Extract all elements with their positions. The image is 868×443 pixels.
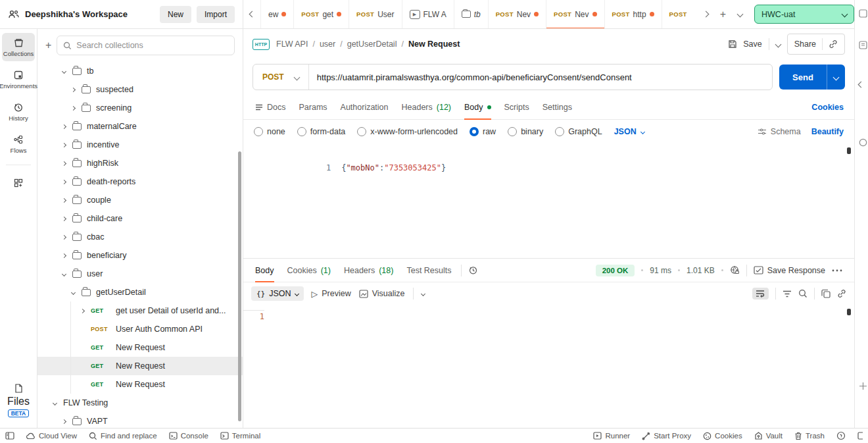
tree-folder-vapt[interactable]: VAPT [37,412,243,428]
sidebar-item-history[interactable]: History [2,97,35,126]
response-history-icon[interactable] [468,265,478,275]
more-options-icon[interactable] [832,269,842,272]
breadcrumb-collection[interactable]: FLW API [276,39,308,49]
language-selector[interactable]: JSON [614,127,644,136]
request-tab-5[interactable]: POST Nev [488,0,546,28]
filter-icon[interactable] [783,290,792,298]
save-button[interactable]: Save [728,39,762,49]
request-tab-1[interactable]: POST get [293,0,349,28]
right-panel-icon[interactable] [859,138,867,147]
tree-folder-screening[interactable]: screening [37,99,243,117]
response-tab-test-results[interactable]: Test Results [400,259,458,282]
chevron-right-icon[interactable] [71,105,76,110]
find-and-replace-button[interactable]: Find and replace [89,432,157,440]
save-options-chevron[interactable] [775,41,781,47]
sidebar-scrollbar[interactable] [238,151,241,421]
body-type-raw[interactable]: raw [470,127,496,136]
chevron-right-icon[interactable] [62,253,66,257]
tree-folder-couple[interactable]: couple [37,191,243,209]
preview-button[interactable]: ▷ Preview [312,289,351,299]
chevron-right-icon[interactable] [62,124,66,128]
tab-authorization[interactable]: Authorization [334,95,395,119]
tree-request-user-auth[interactable]: POST User Auth Common API [37,320,243,338]
method-selector[interactable]: POST [253,72,308,82]
tab-headers[interactable]: Headers (12) [395,95,458,119]
right-panel-icon[interactable] [859,382,867,390]
search-input[interactable] [76,41,228,50]
body-type-graphql[interactable]: GraphQL [555,127,602,136]
editor-scrollbar[interactable] [847,147,851,154]
tree-folder-beneficiary[interactable]: beneficiary [37,246,243,265]
breadcrumb-subfolder[interactable]: getUserDetail [347,39,397,49]
sidebar-item-collections[interactable]: Collections [2,33,35,61]
breadcrumb-folder[interactable]: user [320,39,335,49]
runner-tab[interactable]: ▶ FLW A [402,0,454,28]
add-collection-button[interactable]: + [45,40,51,51]
chevron-down-icon[interactable] [62,271,66,276]
tree-folder-getUserDetail[interactable]: getUserDetail [37,283,243,301]
response-tab-body[interactable]: Body [249,259,281,282]
tabs-scroll-left-button[interactable] [243,0,260,28]
chevron-right-icon[interactable] [62,197,66,202]
right-panel-icon[interactable] [859,41,867,49]
body-type-none[interactable]: none [254,127,285,136]
collapse-panel-chevron[interactable] [859,78,863,90]
beautify-button[interactable]: Beautify [811,127,844,136]
tabs-scroll-right-button[interactable] [702,11,709,18]
copy-icon[interactable] [821,289,831,298]
save-response-button[interactable]: Save Response [754,266,825,275]
chevron-right-icon[interactable] [62,161,66,165]
chevron-down-icon[interactable] [53,400,57,405]
share-button[interactable]: Share [787,34,845,55]
request-tab-8[interactable]: POST [662,0,694,28]
url-input[interactable] [309,72,772,82]
response-tab-headers[interactable]: Headers (18) [337,259,400,282]
tree-request-new-request-1[interactable]: GET New Request [37,338,243,357]
sidebar-item-flows[interactable]: Flows [2,130,35,158]
request-tab-7[interactable]: POST http [604,0,662,28]
tree-folder-user[interactable]: user [37,265,243,283]
chevron-down-icon[interactable] [71,290,76,294]
tree-request-new-request-selected[interactable]: GET New Request [37,357,243,375]
response-body-viewer[interactable]: 1{ 2 "statusCode": 429, 3 "errorMessage"… [243,305,854,443]
statusbar-cropped-icon[interactable] [857,432,863,440]
request-body-editor[interactable]: 1{"mobNo":"7353053425"} [243,143,854,258]
body-type-binary[interactable]: binary [508,127,543,136]
cookies-link[interactable]: Cookies [811,103,844,112]
tree-request-new-request-3[interactable]: GET New Request [37,375,243,394]
sidebar-item-files[interactable]: Files BETA [2,383,35,424]
import-button[interactable]: Import [197,6,235,23]
tree-folder-highRisk[interactable]: highRisk [37,154,243,172]
search-collections-box[interactable] [57,36,235,55]
request-tab-active[interactable]: POST Nev [546,0,604,28]
tree-collection-flw-testing[interactable]: FLW Testing [37,394,243,412]
chevron-right-icon[interactable] [62,234,66,239]
toggle-sidebar-button[interactable] [5,432,14,440]
response-size[interactable]: 1.01 KB [687,266,715,275]
send-options-chevron[interactable] [827,65,845,90]
network-security-icon[interactable] [730,265,740,275]
tree-folder-death-reports[interactable]: death-reports [37,172,243,191]
breadcrumb-request-name[interactable]: New Request [408,39,460,49]
sidebar-item-environments[interactable]: Environments [2,65,35,93]
tab-docs[interactable]: Docs [249,95,292,119]
response-scrollbar[interactable] [847,309,851,315]
add-module-button[interactable] [2,173,35,192]
folder-tab[interactable]: tb [454,0,488,28]
tab-params[interactable]: Params [292,95,333,119]
tab-settings[interactable]: Settings [536,95,579,119]
response-format-selector[interactable]: {} JSON [251,286,304,301]
body-type-urlencoded[interactable]: x-www-form-urlencoded [357,127,458,136]
response-tab-cookies[interactable]: Cookies (1) [281,259,337,282]
body-type-form-data[interactable]: form-data [297,127,346,136]
send-button[interactable]: Send [779,65,845,90]
chevron-down-icon[interactable] [62,68,66,73]
chevron-right-icon[interactable] [71,87,76,91]
chevron-right-icon[interactable] [62,142,66,147]
new-tab-button[interactable]: + [720,9,726,20]
console-button[interactable]: Console [169,432,208,440]
visualize-button[interactable]: Visualize [359,289,405,298]
response-time[interactable]: 91 ms [650,266,671,275]
request-tab-2[interactable]: POST User [349,0,401,28]
tree-folder-cbac[interactable]: cbac [37,228,243,246]
